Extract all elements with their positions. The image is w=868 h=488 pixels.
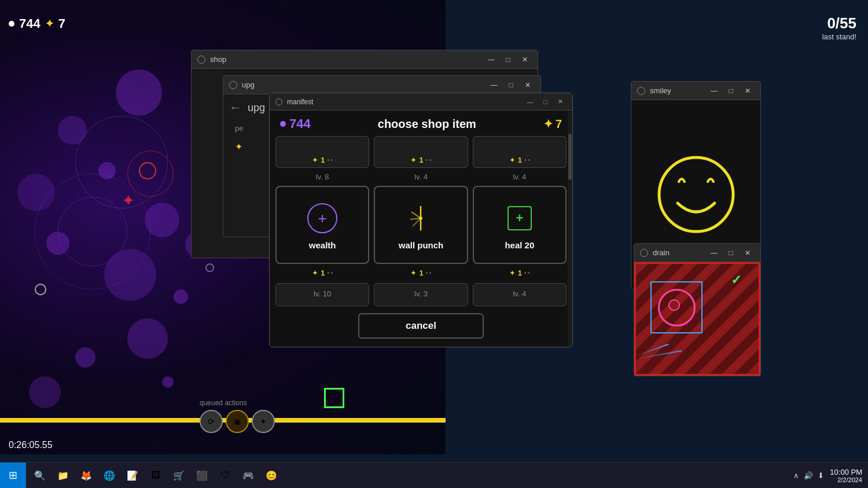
wallpunch-icon-area bbox=[403, 201, 438, 236]
upgrade-title-icon bbox=[229, 81, 237, 89]
taskbar-code-icon[interactable]: 📝 bbox=[122, 464, 144, 486]
heal-icon-area: + bbox=[502, 201, 537, 236]
game-timer: 0:26:05.55 bbox=[9, 440, 53, 450]
manifest-stars: ✦ 7 bbox=[543, 117, 562, 131]
cancel-button[interactable]: cancel bbox=[358, 313, 484, 339]
dots-r1c1: • • bbox=[327, 157, 333, 163]
speaker-icon[interactable]: 🔊 bbox=[804, 471, 813, 480]
queued-action-2[interactable]: ◉ bbox=[226, 410, 249, 433]
queued-label: queued actions bbox=[200, 399, 275, 407]
wallpunch-svg bbox=[406, 203, 436, 233]
upgrade-close[interactable]: ✕ bbox=[521, 79, 535, 91]
drain-minimize[interactable]: — bbox=[707, 247, 721, 259]
wealth-name: wealth bbox=[309, 240, 336, 250]
item-card-wealth[interactable]: + wealth bbox=[275, 186, 369, 264]
scrollbar-thumb[interactable] bbox=[568, 134, 572, 180]
drain-inner-circle bbox=[668, 299, 680, 311]
svg-point-4 bbox=[419, 217, 422, 220]
queued-action-1[interactable]: ⟳ bbox=[200, 410, 223, 433]
clock-time: 10:00 PM bbox=[830, 468, 862, 476]
manifest-maximize[interactable]: □ bbox=[539, 97, 551, 107]
cancel-row: cancel bbox=[270, 307, 572, 347]
taskbar-game-icon[interactable]: 🎮 bbox=[237, 464, 259, 486]
smiley-close[interactable]: ✕ bbox=[741, 85, 755, 97]
manifest-choose-label: choose shop item bbox=[378, 118, 476, 131]
heal-icon: + bbox=[507, 206, 532, 230]
manifest-dialog: manifest — □ ✕ 744 choose shop item ✦ 7 … bbox=[269, 93, 573, 347]
scrollbar-track[interactable] bbox=[568, 111, 572, 347]
item-bottom-2: lv. 3 bbox=[374, 283, 468, 306]
queued-action-3[interactable]: ✦ bbox=[252, 410, 275, 433]
smiley-titlebar: smiley — □ ✕ bbox=[631, 82, 760, 100]
taskbar-smiley-icon[interactable]: 😊 bbox=[260, 464, 282, 486]
taskbar-image-icon[interactable]: 🖼 bbox=[145, 464, 167, 486]
smiley-maximize[interactable]: □ bbox=[724, 85, 738, 97]
taskbar-firefox-icon[interactable]: 🦊 bbox=[75, 464, 97, 486]
taskbar-search-icon[interactable]: 🔍 bbox=[29, 464, 51, 486]
cost-num-r2c2: 1 bbox=[419, 269, 423, 277]
shop-minimize[interactable]: — bbox=[484, 54, 498, 65]
smiley-title-icon bbox=[637, 87, 645, 95]
cost-r1c2: 1 bbox=[419, 156, 423, 164]
taskbar-clock[interactable]: 10:00 PM 2/2/2024 bbox=[830, 468, 862, 483]
item-card-top-3: ✦ 1 • • bbox=[473, 136, 567, 168]
manifest-minimize[interactable]: — bbox=[524, 97, 536, 107]
start-button[interactable]: ⊞ bbox=[0, 463, 26, 489]
progress-label: last stand! bbox=[822, 32, 856, 41]
shop-close[interactable]: ✕ bbox=[518, 54, 532, 65]
cost-r1c1: 1 bbox=[321, 156, 325, 164]
hud-stars-icon: ✦ bbox=[45, 17, 54, 30]
taskbar-file-icon[interactable]: 📁 bbox=[52, 464, 74, 486]
level-r2c1: lv. 8 bbox=[275, 173, 369, 181]
star-icon-r1c2: ✦ bbox=[410, 156, 417, 164]
drain-title-text: drain bbox=[653, 248, 703, 257]
upgrade-back[interactable]: ← bbox=[229, 100, 242, 115]
clock-date: 2/2/2024 bbox=[830, 476, 862, 483]
item-card-top-1: ✦ 1 • • bbox=[275, 136, 369, 168]
item-row-top: ✦ 1 • • ✦ 1 • • ✦ 1 • • bbox=[275, 136, 567, 168]
star-r2c3: ✦ bbox=[509, 269, 516, 277]
smiley-minimize[interactable]: — bbox=[707, 85, 721, 97]
manifest-title-icon bbox=[275, 98, 282, 105]
taskbar-shield-icon[interactable]: 🛡 bbox=[214, 464, 236, 486]
hud-score: 744 bbox=[19, 16, 41, 31]
taskbar-terminal-icon[interactable]: ⬛ bbox=[191, 464, 213, 486]
dots-r1c3: • • bbox=[524, 157, 530, 163]
queued-actions-panel: queued actions ⟳ ◉ ✦ bbox=[200, 399, 275, 433]
drain-close[interactable]: ✕ bbox=[741, 247, 755, 259]
wealth-icon-area: + bbox=[305, 201, 340, 236]
star-r2c2: ✦ bbox=[410, 269, 417, 277]
upgrade-star: ✦ bbox=[235, 141, 242, 152]
manifest-title-text: manifest bbox=[287, 98, 519, 106]
item-row-bottom: lv. 10 lv. 3 lv. 4 bbox=[275, 283, 567, 306]
download-icon[interactable]: ⬇ bbox=[818, 471, 824, 480]
taskbar-chrome-icon[interactable]: 🌐 bbox=[98, 464, 120, 486]
item-card-heal[interactable]: + heal 20 bbox=[473, 186, 567, 264]
shop-maximize[interactable]: □ bbox=[501, 54, 515, 65]
progress-score: 0/55 bbox=[822, 14, 856, 32]
taskbar-store-icon[interactable]: 🛒 bbox=[168, 464, 190, 486]
stars-count: 7 bbox=[556, 118, 562, 131]
manifest-close[interactable]: ✕ bbox=[554, 97, 567, 107]
drain-line1 bbox=[636, 344, 669, 357]
smiley-face-svg bbox=[656, 154, 737, 235]
item-grid: ✦ 1 • • ✦ 1 • • ✦ 1 • • bbox=[270, 136, 572, 307]
cost-dots-r2c2: • • bbox=[426, 270, 432, 276]
chevron-up-icon[interactable]: ∧ bbox=[793, 471, 799, 480]
upgrade-maximize[interactable]: □ bbox=[504, 79, 518, 91]
drain-check: ✓ bbox=[731, 273, 741, 288]
taskbar-right: ∧ 🔊 ⬇ 10:00 PM 2/2/2024 bbox=[793, 468, 868, 483]
wealth-cross-icon: + bbox=[318, 211, 327, 226]
level-r3c3: lv. 4 bbox=[513, 289, 526, 298]
manifest-header: 744 choose shop item ✦ 7 bbox=[270, 111, 572, 136]
drain-maximize[interactable]: □ bbox=[724, 247, 738, 259]
drain-grid: ✓ bbox=[634, 262, 760, 376]
hud-topright: 0/55 last stand! bbox=[822, 14, 856, 41]
item-row-2: + wealth bbox=[275, 186, 567, 264]
cost-row-2: ✦ 1 • • ✦ 1 • • ✦ 1 • • bbox=[275, 269, 567, 277]
drain-inner-box bbox=[650, 281, 703, 333]
drain-content: ✓ bbox=[634, 262, 760, 376]
upgrade-minimize[interactable]: — bbox=[487, 79, 501, 91]
item-card-wallpunch[interactable]: wall punch bbox=[374, 186, 468, 264]
level-r2c2: lv. 4 bbox=[374, 173, 468, 181]
